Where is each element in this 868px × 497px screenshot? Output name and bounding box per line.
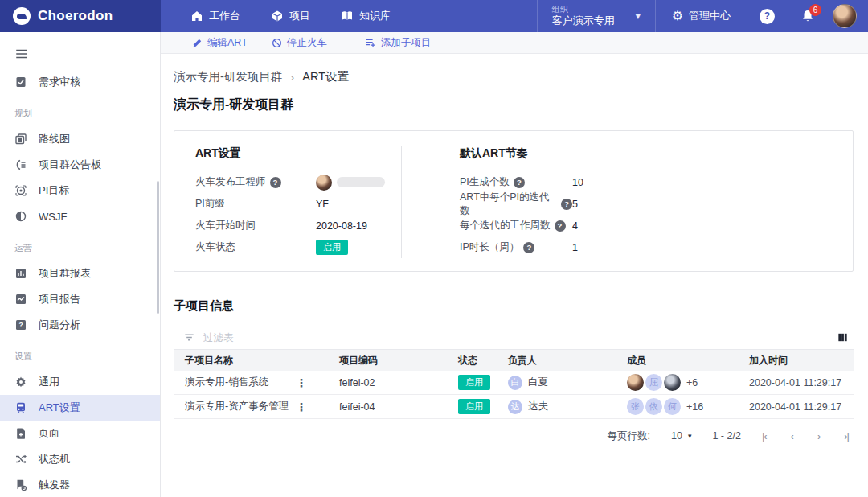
table-filter-input[interactable] xyxy=(203,332,829,343)
sidebar-item-triggers[interactable]: 触发器 xyxy=(0,472,160,497)
owner-name: 白夏 xyxy=(528,376,548,389)
next-page-button[interactable]: › xyxy=(817,430,820,442)
sidebar-item-pi-objectives[interactable]: PI目标 xyxy=(0,178,160,203)
sidebar-item-roadmap[interactable]: 路线图 xyxy=(0,126,160,152)
sidebar-item-label: 需求审核 xyxy=(39,75,80,89)
sidebar-item-program-reports[interactable]: 项目群报表 xyxy=(0,261,160,286)
sidebar-section-planning: 规划 xyxy=(0,95,160,126)
svg-text:?: ? xyxy=(18,321,23,329)
art-cadence-section: 默认ART节奏 PI生成个数 ? 10 ART中每个PI的迭代数 ? xyxy=(401,146,853,258)
prev-page-button[interactable]: ‹ xyxy=(791,430,793,442)
choerodon-logo-icon xyxy=(13,7,31,25)
row-actions-kebab-icon[interactable]: ⋮ xyxy=(296,400,307,413)
nav-knowledge[interactable]: 知识库 xyxy=(326,0,406,32)
sidebar-item-program-board[interactable]: 项目群公告板 xyxy=(0,152,160,178)
train-start-value: 2020-08-19 xyxy=(316,220,367,232)
page-icon xyxy=(14,427,27,440)
col-header-members: 成员 xyxy=(616,354,738,368)
subproject-code: feifei-04 xyxy=(328,401,447,413)
notifications-button[interactable]: 6 xyxy=(788,0,828,32)
status-badge: 启用 xyxy=(458,399,490,413)
art-settings-title: ART设置 xyxy=(195,146,401,161)
edit-art-button[interactable]: 编辑ART xyxy=(180,36,260,50)
member-avatar: 屈 xyxy=(645,374,662,391)
sidebar-item-label: 项目群报表 xyxy=(39,266,91,281)
toolbar-divider xyxy=(346,37,346,48)
notification-badge: 6 xyxy=(809,4,821,16)
help-icon[interactable]: ? xyxy=(561,199,572,210)
ip-duration-label: IP时长（周） xyxy=(460,240,519,254)
sidebar-item-label: 项目群公告板 xyxy=(39,158,101,172)
sidebar-item-label: ART设置 xyxy=(39,400,80,415)
last-page-button[interactable]: ›| xyxy=(844,430,849,442)
sidebar-item-label: 页面 xyxy=(39,426,59,441)
sidebar-item-art-settings[interactable]: ART设置 xyxy=(0,395,160,421)
help-icon[interactable]: ? xyxy=(514,177,525,188)
roadmap-icon xyxy=(14,133,27,146)
sidebar-item-pages[interactable]: 页面 xyxy=(0,421,160,446)
list-plus-icon xyxy=(365,37,376,48)
sidebar: 需求审核 规划 路线图 项目群公告板 PI目标 WSJF 运营 项目群报表 项目… xyxy=(0,32,161,497)
board-icon xyxy=(14,158,27,171)
pi-prefix-value: YF xyxy=(316,199,329,210)
pie-icon xyxy=(14,210,27,223)
sidebar-item-issue-analysis[interactable]: ? 问题分析 xyxy=(0,312,160,338)
member-avatar xyxy=(627,374,644,391)
breadcrumb-separator-icon: › xyxy=(290,70,294,84)
nav-project[interactable]: 项目 xyxy=(256,0,326,32)
breadcrumb-parent[interactable]: 演示专用-研发项目群 xyxy=(174,69,282,84)
sidebar-scrollbar[interactable] xyxy=(157,181,159,314)
sidebar-item-label: 项目报告 xyxy=(39,292,80,306)
member-avatar: 依 xyxy=(645,398,662,415)
iterations-per-pi-label: ART中每个PI的迭代数 xyxy=(460,191,557,218)
train-status-label: 火车状态 xyxy=(195,240,235,254)
project-cube-icon xyxy=(271,10,284,23)
line-chart-icon xyxy=(14,293,27,306)
rows-per-page-label: 每页行数: xyxy=(608,429,650,443)
subproject-name[interactable]: 演示专用-资产事务管理 xyxy=(185,400,289,413)
main-area: 编辑ART 停止火车 添加子项目 演示专用-研发项目群 › ART设置 演示专用… xyxy=(161,32,868,497)
rows-per-page-select[interactable]: 10 ▾ xyxy=(671,430,691,442)
sidebar-item-general[interactable]: 通用 xyxy=(0,369,160,395)
first-page-button[interactable]: |‹ xyxy=(762,430,767,442)
stop-train-button[interactable]: 停止火车 xyxy=(260,36,339,50)
column-settings-button[interactable] xyxy=(837,331,849,343)
pi-count-value: 10 xyxy=(572,177,583,188)
admin-center-button[interactable]: ⚙ 管理中心 xyxy=(656,0,747,32)
app-logo[interactable]: Choerodon xyxy=(0,0,161,32)
org-switcher[interactable]: 组织 客户演示专用 ▾ xyxy=(537,0,656,32)
members-more-count: +6 xyxy=(686,377,698,388)
col-header-status: 状态 xyxy=(447,354,497,368)
table-filter-bar xyxy=(174,326,854,350)
help-icon[interactable]: ? xyxy=(555,220,566,232)
weeks-per-iteration-label: 每个迭代的工作周数 xyxy=(460,219,551,232)
joined-time: 2020-04-01 11:29:17 xyxy=(738,377,854,388)
engineer-name-redacted xyxy=(337,177,385,187)
row-actions-kebab-icon[interactable]: ⋮ xyxy=(296,376,307,389)
help-icon[interactable]: ? xyxy=(270,177,281,188)
art-settings-section: ART设置 火车发布工程师 ? PI前缀 YF xyxy=(174,146,401,258)
subprojects-title: 子项目信息 xyxy=(174,298,854,314)
sidebar-item-requirement-review[interactable]: 需求审核 xyxy=(0,69,160,95)
sidebar-item-project-report[interactable]: 项目报告 xyxy=(0,286,160,312)
help-button[interactable]: ? xyxy=(747,0,788,32)
table-row: 演示专用-资产事务管理 ⋮ feifei-04 启用 达 达夫 张 依 何 +1… xyxy=(174,395,854,419)
user-avatar[interactable] xyxy=(833,4,857,28)
iterations-per-pi-value: 5 xyxy=(572,199,578,210)
col-header-owner: 负责人 xyxy=(497,354,616,368)
subproject-name[interactable]: 演示专用-销售系统 xyxy=(185,376,268,389)
help-icon[interactable]: ? xyxy=(523,242,534,253)
hamburger-icon xyxy=(14,47,29,61)
joined-time: 2020-04-01 11:29:17 xyxy=(738,401,854,413)
sidebar-item-state-machine[interactable]: 状态机 xyxy=(0,446,160,472)
nav-workbench-label: 工作台 xyxy=(209,9,240,23)
ban-icon xyxy=(272,38,282,48)
train-status-row: 火车状态 启用 xyxy=(195,236,401,258)
app-name: Choerodon xyxy=(38,8,113,24)
rows-per-page-value: 10 xyxy=(671,430,682,442)
sidebar-item-wsjf[interactable]: WSJF xyxy=(0,203,160,229)
nav-workbench[interactable]: 工作台 xyxy=(175,0,256,32)
collapse-menu-button[interactable] xyxy=(0,42,160,69)
knowledge-book-icon xyxy=(341,10,354,23)
add-subproject-button[interactable]: 添加子项目 xyxy=(353,36,444,50)
